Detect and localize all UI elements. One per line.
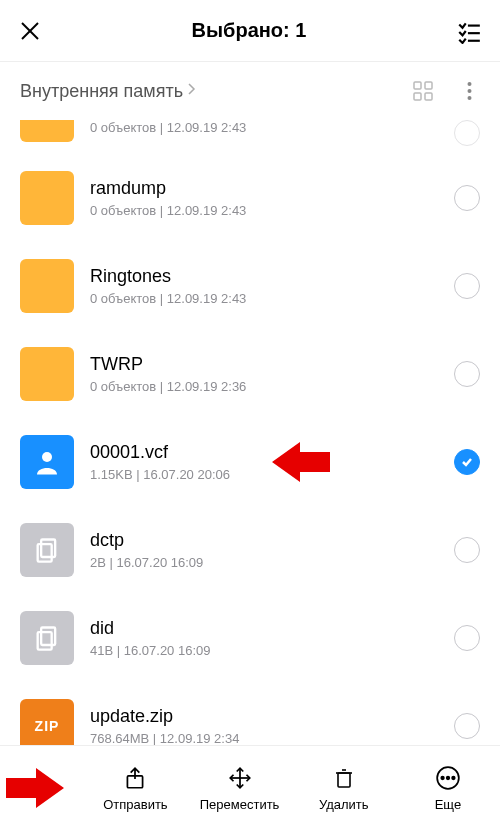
svg-rect-16 xyxy=(41,628,55,646)
list-item[interactable]: did 41B | 16.07.20 16:09 xyxy=(0,594,500,682)
toolbar-spacer xyxy=(0,746,83,829)
checkbox[interactable] xyxy=(454,713,480,739)
list-item[interactable]: 00001.vcf 1.15KB | 16.07.20 20:06 xyxy=(0,418,500,506)
list-item[interactable]: dctp 2B | 16.07.20 16:09 xyxy=(0,506,500,594)
checkbox[interactable] xyxy=(454,185,480,211)
checkbox[interactable] xyxy=(454,273,480,299)
grid-view-icon[interactable] xyxy=(412,80,434,102)
delete-label: Удалить xyxy=(319,797,369,812)
list-item[interactable]: Ringtones 0 объектов | 12.09.19 2:43 xyxy=(0,242,500,330)
list-item[interactable]: TWRP 0 объектов | 12.09.19 2:36 xyxy=(0,330,500,418)
svg-point-10 xyxy=(467,89,471,93)
item-name: Ringtones xyxy=(90,266,454,287)
item-sub: 0 объектов | 12.09.19 2:43 xyxy=(90,120,454,135)
move-button[interactable]: Переместить xyxy=(188,746,292,829)
svg-rect-17 xyxy=(38,632,52,650)
arrow-annotation-icon xyxy=(6,766,64,810)
svg-point-27 xyxy=(447,777,450,780)
item-sub: 2B | 16.07.20 16:09 xyxy=(90,555,454,570)
share-icon xyxy=(122,763,148,793)
checkbox[interactable] xyxy=(454,537,480,563)
breadcrumb-label: Внутренняя память xyxy=(20,81,183,102)
zip-icon: ZIP xyxy=(20,699,74,745)
select-all-icon[interactable] xyxy=(456,18,482,44)
send-button[interactable]: Отправить xyxy=(83,746,187,829)
document-icon xyxy=(20,611,74,665)
folder-icon xyxy=(20,347,74,401)
svg-rect-15 xyxy=(38,544,52,562)
item-name: update.zip xyxy=(90,706,454,727)
svg-point-26 xyxy=(441,777,444,780)
more-button[interactable]: Еще xyxy=(396,746,500,829)
item-sub: 768.64MB | 12.09.19 2:34 xyxy=(90,731,454,745)
svg-point-28 xyxy=(452,777,455,780)
bottom-toolbar: Отправить Переместить Удалить Еще xyxy=(0,745,500,829)
checkbox[interactable] xyxy=(454,120,480,146)
folder-icon xyxy=(20,171,74,225)
move-label: Переместить xyxy=(200,797,280,812)
svg-rect-14 xyxy=(41,540,55,558)
close-icon[interactable] xyxy=(18,19,42,43)
contact-icon xyxy=(20,435,74,489)
move-icon xyxy=(227,763,253,793)
list-item[interactable]: ramdump 0 объектов | 12.09.19 2:43 xyxy=(0,154,500,242)
svg-rect-7 xyxy=(414,93,421,100)
item-sub: 0 объектов | 12.09.19 2:43 xyxy=(90,203,454,218)
folder-icon xyxy=(20,120,74,142)
file-list: 0 объектов | 12.09.19 2:43 ramdump 0 объ… xyxy=(0,120,500,745)
svg-marker-18 xyxy=(6,768,64,808)
checkbox[interactable] xyxy=(454,361,480,387)
svg-marker-13 xyxy=(272,442,330,482)
list-item[interactable]: ZIP update.zip 768.64MB | 12.09.19 2:34 xyxy=(0,682,500,745)
header: Выбрано: 1 xyxy=(0,0,500,62)
svg-rect-8 xyxy=(425,93,432,100)
folder-icon xyxy=(20,259,74,313)
item-sub: 41B | 16.07.20 16:09 xyxy=(90,643,454,658)
breadcrumb[interactable]: Внутренняя память xyxy=(0,62,500,120)
checkbox[interactable] xyxy=(454,625,480,651)
page-title: Выбрано: 1 xyxy=(42,19,456,42)
chevron-right-icon xyxy=(187,82,197,100)
item-sub: 0 объектов | 12.09.19 2:36 xyxy=(90,379,454,394)
item-name: ramdump xyxy=(90,178,454,199)
svg-point-9 xyxy=(467,82,471,86)
send-label: Отправить xyxy=(103,797,167,812)
list-item[interactable]: 0 объектов | 12.09.19 2:43 xyxy=(0,120,500,154)
delete-button[interactable]: Удалить xyxy=(292,746,396,829)
item-name: did xyxy=(90,618,454,639)
arrow-annotation-icon xyxy=(272,440,330,484)
more-vertical-icon[interactable] xyxy=(458,80,480,102)
item-name: dctp xyxy=(90,530,454,551)
item-sub: 0 объектов | 12.09.19 2:43 xyxy=(90,291,454,306)
svg-point-12 xyxy=(42,452,52,462)
trash-icon xyxy=(332,763,356,793)
svg-rect-5 xyxy=(414,82,421,89)
more-label: Еще xyxy=(435,797,461,812)
svg-point-11 xyxy=(467,96,471,100)
svg-rect-6 xyxy=(425,82,432,89)
checkbox-checked[interactable] xyxy=(454,449,480,475)
more-horizontal-icon xyxy=(435,763,461,793)
item-name: TWRP xyxy=(90,354,454,375)
document-icon xyxy=(20,523,74,577)
svg-rect-22 xyxy=(338,773,350,787)
